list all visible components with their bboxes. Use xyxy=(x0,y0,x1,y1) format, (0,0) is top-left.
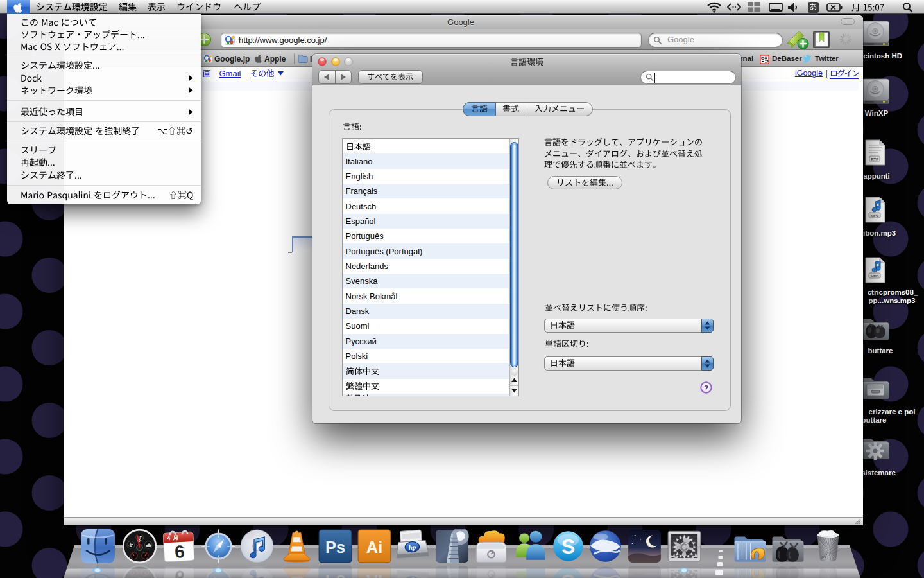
svg-text:RTF: RTF xyxy=(871,157,878,161)
svg-text:Ps: Ps xyxy=(325,538,345,556)
svg-text:MP3: MP3 xyxy=(871,274,879,278)
svg-text:Ps: Ps xyxy=(325,572,345,578)
svg-text:hp: hp xyxy=(408,543,416,551)
svg-text:Ai: Ai xyxy=(366,538,382,556)
svg-text:?: ? xyxy=(704,384,708,392)
svg-text:6: 6 xyxy=(174,541,185,562)
svg-text:6: 6 xyxy=(174,566,185,578)
svg-text:MP3: MP3 xyxy=(871,213,879,218)
svg-text:Ai: Ai xyxy=(366,572,382,578)
svg-text:S: S xyxy=(561,570,574,578)
svg-text:S: S xyxy=(561,535,574,558)
